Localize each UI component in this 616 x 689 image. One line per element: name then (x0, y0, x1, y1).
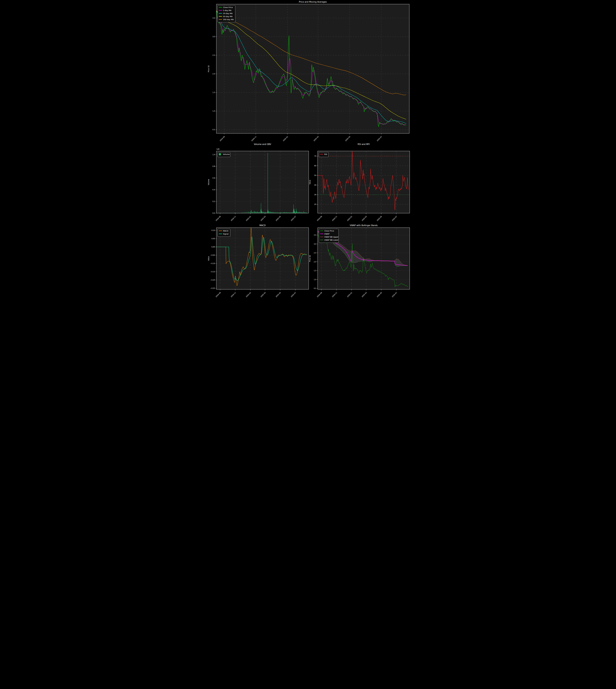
y-tick-label: 0.4 (213, 189, 215, 191)
volume-bar (282, 212, 283, 213)
volume-bar (272, 212, 272, 213)
y-tick-label: 2.5 (213, 54, 215, 56)
volume-bar (273, 212, 273, 213)
rsi-plot-area (318, 151, 410, 213)
price-title: Price and Moving Averages (299, 1, 327, 3)
volume-bar (289, 212, 289, 213)
volume-bar (251, 210, 251, 213)
legend-label: MACD (223, 230, 228, 232)
y-tick-label: −0.25 (210, 287, 215, 289)
volume-bar (287, 212, 287, 213)
vwap-title: VWAP with Bollinger Bands (350, 224, 378, 227)
y-tick-label: 0.5 (213, 129, 215, 131)
vwap-legend: Close PriceVWAPVWAP BB UpperVWAP BB Lowe… (319, 229, 338, 243)
volume-bar (271, 212, 271, 213)
volume-bar (264, 212, 264, 213)
volume-bar (293, 204, 294, 213)
y-tick-label: 0.2 (213, 200, 215, 202)
y-tick-label: 3.5 (314, 234, 316, 236)
volume-bar (258, 212, 258, 213)
volume-bar (254, 212, 254, 213)
volume-bar (295, 212, 296, 213)
volume-bar (292, 212, 292, 213)
volume-bar (303, 212, 303, 213)
y-tick-label: 0.00 (212, 246, 215, 248)
y-tick-label: 0.5 (314, 287, 316, 289)
rsi-chart: 2030405060702024-092024-112025-012025-03… (309, 143, 410, 221)
volume-bar (262, 212, 263, 213)
chart-canvas: 0.51.01.52.02.53.03.52024-092024-112025-… (205, 0, 411, 299)
volume-bar (286, 212, 286, 213)
volume-bar (270, 212, 270, 213)
volume-bar (242, 212, 242, 213)
legend-label: 50-day MA (223, 16, 233, 18)
volume-bar (257, 212, 257, 213)
volume-bar (294, 209, 294, 213)
volume-bar (279, 213, 280, 213)
volume-bar (285, 212, 285, 213)
volume-bar (297, 212, 298, 213)
y-tick-label: 1.5 (213, 91, 215, 93)
y-tick-label: −0.20 (210, 279, 215, 281)
volume-bar (306, 213, 306, 213)
legend-swatch (219, 153, 221, 155)
volume-bar (248, 212, 248, 213)
y-tick-label: 60 (314, 165, 316, 167)
vwap-chart: 0.51.01.52.02.53.03.52024-092024-112025-… (309, 224, 410, 298)
volume-bar (258, 212, 259, 213)
volume-bar (271, 212, 272, 213)
y-tick-label: 2.5 (314, 252, 316, 254)
volume-bar (292, 212, 292, 213)
volume-bar (284, 212, 284, 213)
volume-ylabel: Volume (208, 179, 210, 185)
volume-bar (281, 212, 281, 213)
figure: 0.51.01.52.02.53.03.52024-092024-112025-… (205, 0, 411, 299)
y-tick-label: 1.5 (314, 270, 316, 272)
volume-bar (303, 213, 303, 213)
volume-bar (249, 212, 249, 213)
price-legend: Close Price5-day MA20-day MA50-day MA200… (218, 5, 235, 22)
volume-bar (260, 212, 260, 213)
volume-bar (263, 212, 264, 213)
volume-bar (294, 210, 294, 213)
y-tick-label: 50 (314, 175, 316, 176)
legend-label: Volume (223, 153, 229, 155)
macd-plot-area (216, 228, 309, 289)
volume-bar (268, 153, 268, 213)
macd-legend: MACDSignal (218, 229, 230, 237)
y-tick-label: 2.0 (213, 73, 215, 75)
volume-bar (301, 212, 301, 213)
volume-bar (259, 212, 259, 213)
volume-bar (281, 213, 282, 213)
y-tick-label: 1.0 (213, 110, 215, 112)
volume-bar (274, 212, 274, 213)
volume-bar (293, 209, 293, 213)
volume-bar (259, 212, 260, 213)
volume-bar (280, 212, 281, 213)
volume-bar (294, 211, 295, 213)
legend-label: VWAP BB Lower (324, 239, 338, 241)
macd-chart: 0.100.050.00−0.05−0.10−0.15−0.20−0.25202… (208, 224, 309, 298)
volume-bar (278, 213, 279, 213)
volume-bar (298, 212, 298, 213)
volume-bar (254, 212, 254, 213)
y-tick-label: 3.0 (213, 36, 215, 38)
volume-bar (244, 212, 244, 213)
y-tick-label: 0.0 (213, 212, 215, 214)
volume-bar (300, 212, 300, 213)
y-tick-label: 3.5 (213, 17, 215, 19)
volume-bar (302, 213, 302, 213)
volume-bar (253, 212, 253, 213)
volume-bar (302, 212, 302, 213)
volume-bar (261, 203, 261, 213)
y-tick-label: 2.0 (314, 261, 316, 263)
volume-bar (290, 212, 290, 213)
volume-bar (268, 211, 268, 213)
volume-bar (257, 212, 257, 213)
volume-bar (273, 212, 273, 213)
y-tick-label: 40 (314, 184, 316, 186)
y-tick-label: 0.10 (212, 229, 215, 231)
volume-bar (296, 210, 297, 213)
y-tick-label: −0.15 (210, 271, 215, 273)
y-tick-label: 70 (314, 155, 316, 157)
